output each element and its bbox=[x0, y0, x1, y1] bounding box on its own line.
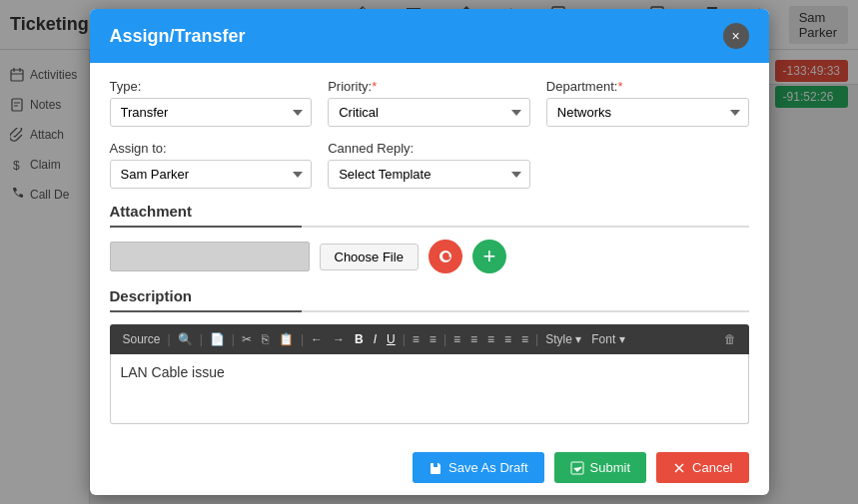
toolbar-italic-icon[interactable]: I bbox=[371, 330, 380, 348]
toolbar-underline-icon[interactable]: U bbox=[384, 330, 399, 348]
cancel-button[interactable]: Cancel bbox=[656, 452, 748, 483]
toolbar-redo-icon[interactable]: → bbox=[330, 330, 348, 348]
assign-to-select[interactable]: Sam Parker John Doe bbox=[110, 160, 313, 189]
form-row-1: Type: Transfer Assign Priority:* Critica… bbox=[110, 79, 749, 127]
priority-select[interactable]: Critical High Medium Low bbox=[328, 98, 530, 127]
modal-body: Type: Transfer Assign Priority:* Critica… bbox=[90, 63, 769, 440]
department-group: Department:* Networks Support Sales bbox=[546, 79, 749, 127]
canned-reply-label: Canned Reply: bbox=[328, 141, 530, 156]
toolbar-cut-icon[interactable]: ✂ bbox=[239, 330, 255, 348]
modal-header: Assign/Transfer × bbox=[90, 9, 769, 63]
type-label: Type: bbox=[110, 79, 313, 94]
toolbar-font-dropdown[interactable]: Font ▾ bbox=[588, 330, 627, 348]
assign-transfer-modal: Assign/Transfer × Type: Transfer Assign … bbox=[90, 9, 769, 495]
toolbar-sep-5: | bbox=[403, 332, 406, 346]
assign-to-group: Assign to: Sam Parker John Doe bbox=[110, 141, 313, 189]
description-divider bbox=[110, 310, 749, 312]
toolbar-sep-1: | bbox=[168, 332, 171, 346]
choose-file-button[interactable]: Choose File bbox=[320, 244, 419, 270]
toolbar-style-dropdown[interactable]: Style ▾ bbox=[542, 330, 584, 348]
toolbar-sep-3: | bbox=[232, 332, 235, 346]
modal-footer: Save As Draft Submit Cancel bbox=[90, 440, 769, 495]
modal-title: Assign/Transfer bbox=[110, 26, 246, 47]
submit-button[interactable]: Submit bbox=[554, 452, 646, 483]
toolbar-search-icon[interactable]: 🔍 bbox=[175, 330, 196, 348]
toolbar-sep-6: | bbox=[443, 332, 446, 346]
toolbar-page-icon[interactable]: 📄 bbox=[207, 330, 228, 348]
assign-to-label: Assign to: bbox=[110, 141, 313, 156]
attachment-section-title: Attachment bbox=[110, 203, 749, 220]
toolbar-source[interactable]: Source bbox=[120, 330, 164, 348]
type-select[interactable]: Transfer Assign bbox=[110, 98, 313, 127]
editor-toolbar: Source | 🔍 | 📄 | ✂ ⎘ 📋 | ← → B I U | ≡ ≡… bbox=[110, 324, 749, 354]
toolbar-extra-icon[interactable]: ≡ bbox=[518, 330, 531, 348]
toolbar-align-left-icon[interactable]: ≡ bbox=[450, 330, 463, 348]
type-group: Type: Transfer Assign bbox=[110, 79, 313, 127]
canned-reply-group: Canned Reply: Select Template bbox=[328, 141, 530, 189]
toolbar-copy-icon[interactable]: ⎘ bbox=[259, 330, 272, 348]
attachment-row: Choose File + bbox=[110, 240, 749, 273]
file-input-display bbox=[110, 242, 310, 271]
canned-reply-select[interactable]: Select Template bbox=[328, 160, 530, 189]
toolbar-bold-icon[interactable]: B bbox=[352, 330, 367, 348]
toolbar-sep-4: | bbox=[301, 332, 304, 346]
toolbar-align-justify-icon[interactable]: ≡ bbox=[501, 330, 514, 348]
attachment-divider bbox=[110, 226, 749, 228]
priority-group: Priority:* Critical High Medium Low bbox=[328, 79, 530, 127]
toolbar-sep-2: | bbox=[200, 332, 203, 346]
toolbar-undo-icon[interactable]: ← bbox=[308, 330, 326, 348]
toolbar-paste-icon[interactable]: 📋 bbox=[276, 330, 297, 348]
department-select[interactable]: Networks Support Sales bbox=[546, 98, 749, 127]
toolbar-sep-7: | bbox=[535, 332, 538, 346]
toolbar-list-ul-icon[interactable]: ≡ bbox=[427, 330, 439, 348]
editor-text: LAN Cable issue bbox=[121, 364, 225, 380]
toolbar-align-center-icon[interactable]: ≡ bbox=[467, 330, 480, 348]
toolbar-trash-icon[interactable]: 🗑 bbox=[721, 330, 739, 348]
modal-overlay: Assign/Transfer × Type: Transfer Assign … bbox=[0, 0, 858, 504]
save-draft-button[interactable]: Save As Draft bbox=[413, 452, 543, 483]
form-row-2: Assign to: Sam Parker John Doe Canned Re… bbox=[110, 141, 749, 189]
department-label: Department:* bbox=[546, 79, 749, 94]
description-section-title: Description bbox=[110, 287, 749, 304]
add-attachment-button[interactable]: + bbox=[472, 240, 506, 273]
toolbar-align-right-icon[interactable]: ≡ bbox=[484, 330, 497, 348]
editor-content-area[interactable]: LAN Cable issue bbox=[110, 354, 749, 424]
reset-button[interactable] bbox=[429, 240, 462, 273]
modal-close-button[interactable]: × bbox=[723, 23, 749, 49]
priority-label: Priority:* bbox=[328, 79, 530, 94]
toolbar-list-ol-icon[interactable]: ≡ bbox=[410, 330, 423, 348]
